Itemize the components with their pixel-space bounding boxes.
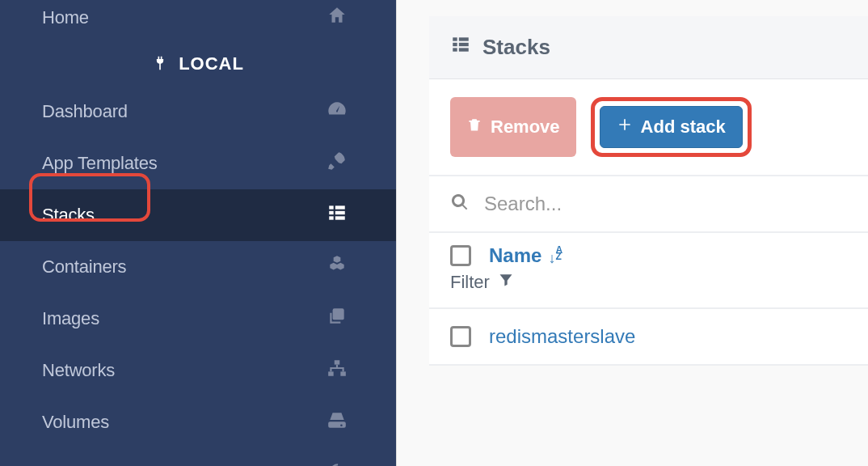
sidebar-item-containers[interactable]: Containers	[0, 241, 396, 293]
sidebar-section-local: LOCAL	[0, 39, 396, 86]
svg-rect-3	[335, 211, 345, 214]
sidebar-item-label: Volumes	[42, 412, 109, 433]
sitemap-icon	[327, 358, 348, 383]
sidebar-item-label: App Templates	[42, 153, 158, 174]
svg-rect-15	[459, 48, 469, 51]
sidebar-item-label: Networks	[42, 360, 115, 381]
sidebar-item-label: Dashboard	[42, 101, 128, 122]
tachometer-icon	[327, 99, 348, 125]
svg-rect-4	[329, 216, 333, 219]
add-stack-button[interactable]: Add stack	[600, 106, 743, 148]
sidebar-item-label: Images	[42, 308, 99, 329]
add-stack-button-label: Add stack	[641, 116, 726, 138]
svg-rect-7	[335, 360, 340, 364]
svg-rect-10	[453, 37, 457, 40]
svg-rect-13	[459, 43, 469, 46]
sidebar-section-label: LOCAL	[179, 53, 244, 74]
column-name-sort[interactable]: Name ↓AZ	[489, 244, 563, 267]
clone-icon	[327, 306, 348, 332]
sort-alpha-down-icon: ↓AZ	[548, 247, 563, 265]
main-content: Stacks Remove Add stack	[396, 0, 868, 466]
stack-link[interactable]: redismasterslave	[489, 325, 635, 348]
sidebar-item-events[interactable]: Events	[0, 448, 396, 466]
sidebar-item-stacks[interactable]: Stacks	[0, 189, 396, 241]
history-icon	[327, 461, 348, 466]
filter-control[interactable]: Filter	[450, 272, 847, 293]
svg-rect-1	[335, 205, 345, 209]
hdd-icon	[327, 409, 348, 435]
table-row: redismasterslave	[429, 309, 868, 366]
panel-toolbar: Remove Add stack	[429, 79, 868, 176]
th-list-icon	[450, 34, 471, 61]
search-icon	[450, 193, 470, 215]
search-input[interactable]	[484, 193, 847, 215]
svg-rect-11	[459, 37, 469, 40]
trash-icon	[466, 116, 482, 138]
search-row	[429, 176, 868, 233]
svg-rect-5	[335, 216, 345, 219]
column-name-label: Name	[489, 244, 541, 267]
panel-title: Stacks	[482, 35, 550, 60]
highlight-add-stack: Add stack	[591, 97, 752, 157]
svg-rect-0	[329, 205, 333, 209]
svg-rect-8	[328, 371, 334, 375]
svg-rect-14	[453, 48, 457, 51]
sidebar-item-networks[interactable]: Networks	[0, 345, 396, 396]
sidebar-item-images[interactable]: Images	[0, 293, 396, 345]
home-icon	[327, 5, 348, 31]
select-all-checkbox[interactable]	[450, 245, 471, 266]
plus-icon	[617, 116, 633, 138]
sidebar-item-dashboard[interactable]: Dashboard	[0, 86, 396, 138]
filter-icon	[498, 272, 514, 293]
sidebar: Home LOCAL Dashboard App Templates Stack…	[0, 0, 396, 466]
row-checkbox[interactable]	[450, 326, 471, 347]
remove-button[interactable]: Remove	[450, 97, 576, 157]
svg-rect-6	[333, 308, 344, 320]
svg-rect-9	[340, 371, 346, 375]
sidebar-item-label: Stacks	[42, 205, 95, 226]
sidebar-item-app-templates[interactable]: App Templates	[0, 138, 396, 189]
stacks-panel: Stacks Remove Add stack	[429, 16, 868, 366]
th-list-icon	[327, 202, 348, 228]
sidebar-item-volumes[interactable]: Volumes	[0, 396, 396, 448]
panel-header: Stacks	[429, 16, 868, 79]
remove-button-label: Remove	[491, 116, 560, 138]
sidebar-item-label: Home	[42, 7, 89, 28]
filter-label: Filter	[450, 272, 490, 293]
sidebar-item-home[interactable]: Home	[0, 0, 396, 39]
svg-rect-2	[329, 211, 333, 214]
plug-icon	[152, 53, 179, 74]
cubes-icon	[327, 254, 348, 280]
sidebar-item-label: Containers	[42, 256, 126, 277]
svg-rect-12	[453, 43, 457, 46]
rocket-icon	[327, 150, 348, 176]
table-header: Name ↓AZ Filter	[429, 233, 868, 309]
